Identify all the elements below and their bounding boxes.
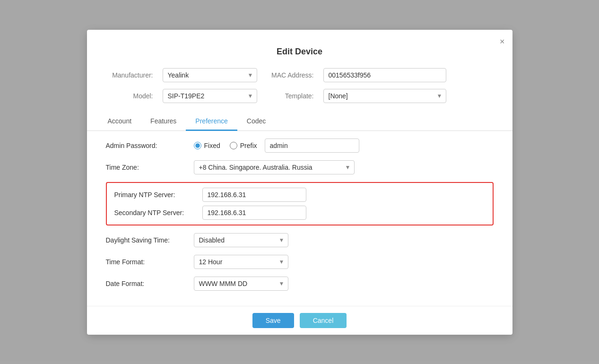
secondary-ntp-input[interactable] — [202, 206, 306, 220]
prefix-radio[interactable] — [230, 142, 237, 149]
time-format-label: Time Format: — [106, 258, 186, 266]
model-label: Model: — [106, 92, 153, 100]
tab-account[interactable]: Account — [98, 113, 141, 131]
close-button[interactable]: × — [500, 37, 505, 46]
fixed-radio[interactable] — [194, 142, 201, 149]
modal-header: Edit Device × — [87, 30, 512, 64]
manufacturer-label: Manufacturer: — [106, 71, 153, 79]
save-button[interactable]: Save — [252, 313, 294, 328]
timezone-row: Time Zone: +8 China. Singapore. Australi… — [106, 160, 494, 174]
form-fields: Manufacturer: Yealink Cisco Polycom ▼ MA… — [87, 64, 512, 110]
date-format-row: Date Format: WWW MMM DD DD-MMM-YYYY YYYY… — [106, 277, 494, 291]
template-select[interactable]: [None] Default — [323, 89, 446, 103]
time-format-select-wrapper: 12 Hour 24 Hour ▼ — [194, 255, 288, 269]
manufacturer-select[interactable]: Yealink Cisco Polycom — [163, 68, 257, 82]
manufacturer-select-wrapper: Yealink Cisco Polycom ▼ — [163, 68, 257, 82]
timezone-select[interactable]: +8 China. Singapore. Australia. Russia +… — [194, 160, 355, 174]
primary-ntp-row: Primary NTP Server: — [114, 188, 485, 202]
fixed-label: Fixed — [204, 142, 220, 149]
ntp-highlight-box: Primary NTP Server: Secondary NTP Server… — [106, 182, 494, 225]
daylight-select-wrapper: Disabled Enabled ▼ — [194, 233, 288, 247]
prefix-radio-label[interactable]: Prefix — [230, 142, 257, 149]
model-row: Model: SIP-T19PE2 SIP-T21PE2 SIP-T23G ▼ … — [106, 89, 494, 103]
date-format-label: Date Format: — [106, 280, 186, 287]
secondary-ntp-label: Secondary NTP Server: — [114, 209, 195, 217]
modal-title: Edit Device — [98, 39, 501, 64]
mac-address-input[interactable]: 00156533f956 — [323, 68, 446, 82]
tab-codec[interactable]: Codec — [237, 113, 275, 131]
tab-features[interactable]: Features — [141, 113, 186, 131]
time-format-row: Time Format: 12 Hour 24 Hour ▼ — [106, 255, 494, 269]
date-format-select[interactable]: WWW MMM DD DD-MMM-YYYY YYYY-MM-DD — [194, 277, 288, 291]
admin-password-label: Admin Password: — [106, 142, 186, 149]
daylight-select[interactable]: Disabled Enabled — [194, 233, 288, 247]
daylight-row: Daylight Saving Time: Disabled Enabled ▼ — [106, 233, 494, 247]
admin-password-row: Admin Password: Fixed Prefix — [106, 139, 494, 153]
timezone-label: Time Zone: — [106, 164, 186, 171]
preference-tab-content: Admin Password: Fixed Prefix Time Zone: — [87, 131, 512, 306]
admin-password-radio-group: Fixed Prefix — [194, 142, 257, 149]
fixed-radio-label[interactable]: Fixed — [194, 142, 220, 149]
time-format-select[interactable]: 12 Hour 24 Hour — [194, 255, 288, 269]
primary-ntp-label: Primary NTP Server: — [114, 191, 195, 199]
mac-address-label: MAC Address: — [267, 71, 314, 79]
modal-footer: Save Cancel — [87, 306, 512, 335]
manufacturer-row: Manufacturer: Yealink Cisco Polycom ▼ MA… — [106, 68, 494, 82]
daylight-label: Daylight Saving Time: — [106, 236, 186, 244]
template-select-wrapper: [None] Default ▼ — [323, 89, 446, 103]
template-label: Template: — [267, 92, 314, 100]
date-format-select-wrapper: WWW MMM DD DD-MMM-YYYY YYYY-MM-DD ▼ — [194, 277, 288, 291]
prefix-label: Prefix — [240, 142, 257, 149]
edit-device-modal: Edit Device × Manufacturer: Yealink Cisc… — [87, 30, 512, 335]
admin-password-input[interactable] — [265, 139, 359, 153]
tabs-container: Account Features Preference Codec — [87, 113, 512, 131]
secondary-ntp-row: Secondary NTP Server: — [114, 206, 485, 220]
model-select[interactable]: SIP-T19PE2 SIP-T21PE2 SIP-T23G — [163, 89, 257, 103]
modal-overlay: Edit Device × Manufacturer: Yealink Cisc… — [0, 0, 599, 364]
model-select-wrapper: SIP-T19PE2 SIP-T21PE2 SIP-T23G ▼ — [163, 89, 257, 103]
tab-preference[interactable]: Preference — [186, 113, 237, 131]
primary-ntp-input[interactable] — [202, 188, 306, 202]
cancel-button[interactable]: Cancel — [300, 313, 347, 328]
timezone-select-wrapper: +8 China. Singapore. Australia. Russia +… — [194, 160, 355, 174]
